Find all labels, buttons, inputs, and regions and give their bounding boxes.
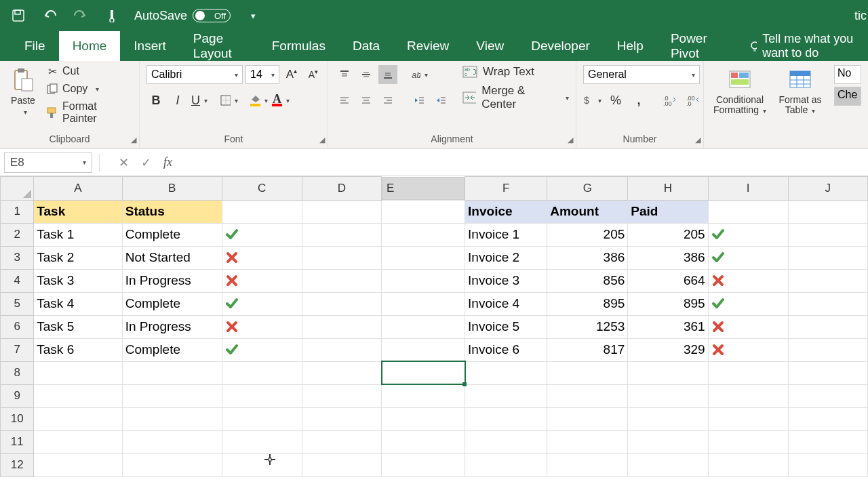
cell-H2[interactable]: 205 xyxy=(628,223,708,246)
cell-I10[interactable] xyxy=(708,407,788,430)
font-name-select[interactable]: Calibri▾ xyxy=(146,65,243,84)
cell-C11[interactable] xyxy=(222,430,302,453)
cell-H10[interactable] xyxy=(628,407,708,430)
fill-color-button[interactable]: ▾ xyxy=(250,91,269,110)
cell-I5[interactable] xyxy=(708,292,788,315)
cell-G8[interactable] xyxy=(547,361,628,384)
undo-icon[interactable] xyxy=(41,7,58,24)
cell-A1[interactable]: Task xyxy=(34,200,122,223)
cell-B12[interactable] xyxy=(122,453,222,476)
cut-button[interactable]: ✂Cut xyxy=(46,65,132,77)
row-header-12[interactable]: 12 xyxy=(1,453,34,476)
cell-H3[interactable]: 386 xyxy=(628,246,708,269)
align-left-icon[interactable] xyxy=(335,91,354,110)
cell-D7[interactable] xyxy=(302,338,382,361)
col-header-J[interactable]: J xyxy=(788,177,867,201)
cell-D5[interactable] xyxy=(302,292,382,315)
cell-C5[interactable] xyxy=(222,292,302,315)
cell-C1[interactable] xyxy=(222,200,302,223)
format-as-table-button[interactable]: Format as Table▾ xyxy=(776,65,825,116)
row-header-8[interactable]: 8 xyxy=(1,361,34,384)
row-header-4[interactable]: 4 xyxy=(1,269,34,292)
cell-C4[interactable] xyxy=(222,269,302,292)
style-check[interactable]: Che xyxy=(834,87,861,106)
cell-D3[interactable] xyxy=(302,246,382,269)
cell-B10[interactable] xyxy=(122,407,222,430)
cell-A10[interactable] xyxy=(34,407,122,430)
cell-I9[interactable] xyxy=(708,384,788,407)
cell-B1[interactable]: Status xyxy=(122,200,222,223)
enter-formula-icon[interactable]: ✓ xyxy=(141,155,151,170)
borders-button[interactable]: ▾ xyxy=(220,91,239,110)
cell-B6[interactable]: In Progress xyxy=(122,315,222,338)
accounting-format-icon[interactable]: $▾ xyxy=(583,91,602,110)
formula-input[interactable] xyxy=(172,152,868,173)
col-header-G[interactable]: G xyxy=(547,177,628,201)
tab-insert[interactable]: Insert xyxy=(120,31,180,61)
cell-B7[interactable]: Complete xyxy=(122,338,222,361)
col-header-H[interactable]: H xyxy=(628,177,708,201)
cell-D8[interactable] xyxy=(302,361,382,384)
row-header-9[interactable]: 9 xyxy=(1,384,34,407)
cell-B5[interactable]: Complete xyxy=(122,292,222,315)
cell-H12[interactable] xyxy=(628,453,708,476)
col-header-B[interactable]: B xyxy=(122,177,222,201)
cell-C2[interactable] xyxy=(222,223,302,246)
cell-E8[interactable] xyxy=(382,361,465,384)
cell-G4[interactable]: 856 xyxy=(547,269,628,292)
cell-A12[interactable] xyxy=(34,453,122,476)
align-center-icon[interactable] xyxy=(357,91,376,110)
cell-B3[interactable]: Not Started xyxy=(122,246,222,269)
cell-E4[interactable] xyxy=(382,269,465,292)
cell-B2[interactable]: Complete xyxy=(122,223,222,246)
cell-J6[interactable] xyxy=(788,315,867,338)
cell-A9[interactable] xyxy=(34,384,122,407)
cell-D9[interactable] xyxy=(302,384,382,407)
cell-J11[interactable] xyxy=(788,430,867,453)
redo-icon[interactable] xyxy=(72,7,90,24)
tab-developer[interactable]: Developer xyxy=(517,31,604,61)
merge-center-button[interactable]: Merge & Center▾ xyxy=(462,84,569,111)
cell-D1[interactable] xyxy=(302,200,382,223)
cell-B4[interactable]: In Progress xyxy=(122,269,222,292)
align-right-icon[interactable] xyxy=(378,91,397,110)
touch-mode-icon[interactable] xyxy=(103,7,121,24)
number-launcher-icon[interactable]: ◢ xyxy=(695,136,701,144)
cell-A2[interactable]: Task 1 xyxy=(34,223,122,246)
cell-J10[interactable] xyxy=(788,407,867,430)
fx-icon[interactable]: fx xyxy=(163,155,172,169)
row-header-3[interactable]: 3 xyxy=(1,246,34,269)
bold-button[interactable]: B xyxy=(146,91,165,110)
cell-H5[interactable]: 895 xyxy=(628,292,708,315)
cell-H8[interactable] xyxy=(628,361,708,384)
cell-A4[interactable]: Task 3 xyxy=(34,269,122,292)
cell-G6[interactable]: 1253 xyxy=(547,315,628,338)
underline-button[interactable]: U▾ xyxy=(190,91,209,110)
cell-F4[interactable]: Invoice 3 xyxy=(465,269,547,292)
tab-file[interactable]: File xyxy=(11,31,59,61)
cell-H1[interactable]: Paid xyxy=(628,200,708,223)
tab-page-layout[interactable]: Page Layout xyxy=(180,31,258,61)
alignment-launcher-icon[interactable]: ◢ xyxy=(568,136,573,144)
cell-I3[interactable] xyxy=(708,246,788,269)
col-header-I[interactable]: I xyxy=(708,177,788,201)
align-top-icon[interactable] xyxy=(335,65,354,84)
conditional-formatting-button[interactable]: Conditional Formatting▾ xyxy=(711,65,769,116)
qat-more-icon[interactable]: ▾ xyxy=(244,7,262,24)
cell-H11[interactable] xyxy=(628,430,708,453)
tab-data[interactable]: Data xyxy=(339,31,393,61)
col-header-A[interactable]: A xyxy=(34,177,122,201)
tab-power-pivot[interactable]: Power Pivot xyxy=(657,31,733,61)
cell-C6[interactable] xyxy=(222,315,302,338)
col-header-E[interactable]: E xyxy=(382,177,465,200)
cell-J7[interactable] xyxy=(788,338,867,361)
spreadsheet-grid[interactable]: ABCDEFGHIJ1TaskStatusInvoiceAmountPaid2T… xyxy=(0,176,868,488)
cell-I2[interactable] xyxy=(708,223,788,246)
align-middle-icon[interactable] xyxy=(357,65,376,84)
cell-G3[interactable]: 386 xyxy=(547,246,628,269)
orientation-icon[interactable]: ab▾ xyxy=(410,65,429,84)
cell-D11[interactable] xyxy=(302,430,382,453)
cell-B9[interactable] xyxy=(122,384,222,407)
cell-F2[interactable]: Invoice 1 xyxy=(465,223,547,246)
increase-indent-icon[interactable] xyxy=(431,91,450,110)
